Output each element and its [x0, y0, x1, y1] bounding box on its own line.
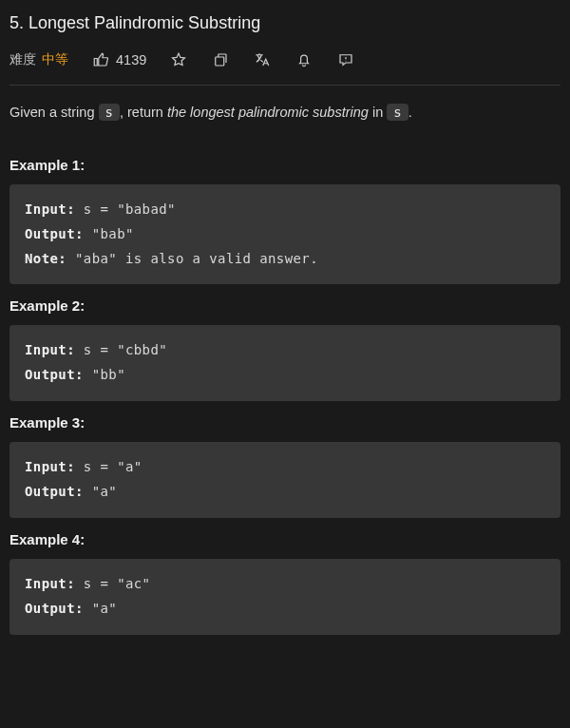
example-block: Example 1:Input: s = "babad" Output: "ba…	[10, 157, 560, 285]
problem-description: Given a string s, return the longest pal…	[10, 101, 560, 125]
code-label: Note:	[25, 251, 66, 266]
example-block: Example 3:Input: s = "a" Output: "a"	[10, 414, 560, 518]
inline-code: s	[99, 104, 120, 121]
translate-icon[interactable]	[253, 50, 272, 69]
desc-italic: the longest palindromic substring	[167, 105, 369, 120]
desc-text: .	[408, 105, 412, 120]
problem-panel: 5. Longest Palindromic Substring 难度 中等 4…	[0, 0, 570, 658]
code-label: Output:	[25, 484, 84, 499]
meta-row: 难度 中等 4139	[10, 37, 560, 86]
code-label: Output:	[25, 226, 84, 241]
likes-count: 4139	[116, 52, 146, 67]
code-label: Input:	[25, 201, 75, 217]
desc-text: in	[369, 105, 387, 120]
thumbs-up-icon	[91, 50, 110, 69]
code-value: "aba" is also a valid answer.	[66, 251, 318, 266]
share-icon[interactable]	[211, 50, 230, 69]
example-code: Input: s = "babad" Output: "bab" Note: "…	[10, 184, 560, 285]
example-block: Example 4:Input: s = "ac" Output: "a"	[10, 531, 560, 635]
inline-code: s	[387, 104, 408, 121]
code-value: "a"	[84, 484, 117, 499]
desc-text: , return	[120, 105, 167, 120]
svg-rect-0	[216, 57, 224, 66]
difficulty-value: 中等	[42, 51, 68, 68]
code-value: "a"	[84, 601, 117, 616]
examples-section: Example 1:Input: s = "babad" Output: "ba…	[10, 157, 560, 635]
code-value: s = "a"	[75, 459, 142, 474]
example-title: Example 1:	[10, 157, 560, 173]
example-code: Input: s = "a" Output: "a"	[10, 442, 560, 518]
code-label: Output:	[25, 367, 84, 382]
code-label: Input:	[25, 576, 75, 591]
code-value: s = "cbbd"	[75, 342, 167, 357]
example-title: Example 3:	[10, 414, 560, 431]
example-title: Example 2:	[10, 297, 560, 314]
star-icon[interactable]	[169, 50, 188, 69]
feedback-icon[interactable]	[336, 50, 355, 69]
example-block: Example 2:Input: s = "cbbd" Output: "bb"	[10, 297, 560, 401]
code-value: "bb"	[84, 367, 125, 382]
likes-button[interactable]: 4139	[91, 50, 146, 69]
desc-text: Given a string	[10, 105, 99, 120]
code-label: Input:	[25, 459, 75, 474]
example-code: Input: s = "cbbd" Output: "bb"	[10, 325, 560, 401]
code-label: Input:	[25, 342, 75, 357]
code-value: s = "babad"	[75, 201, 176, 217]
code-label: Output:	[25, 601, 84, 616]
code-value: s = "ac"	[75, 576, 150, 591]
example-code: Input: s = "ac" Output: "a"	[10, 559, 560, 635]
code-value: "bab"	[84, 226, 134, 241]
difficulty-label: 难度	[10, 51, 36, 68]
bell-icon[interactable]	[294, 50, 314, 69]
difficulty: 难度 中等	[10, 51, 68, 68]
example-title: Example 4:	[10, 531, 560, 547]
problem-title: 5. Longest Palindromic Substring	[10, 8, 560, 37]
